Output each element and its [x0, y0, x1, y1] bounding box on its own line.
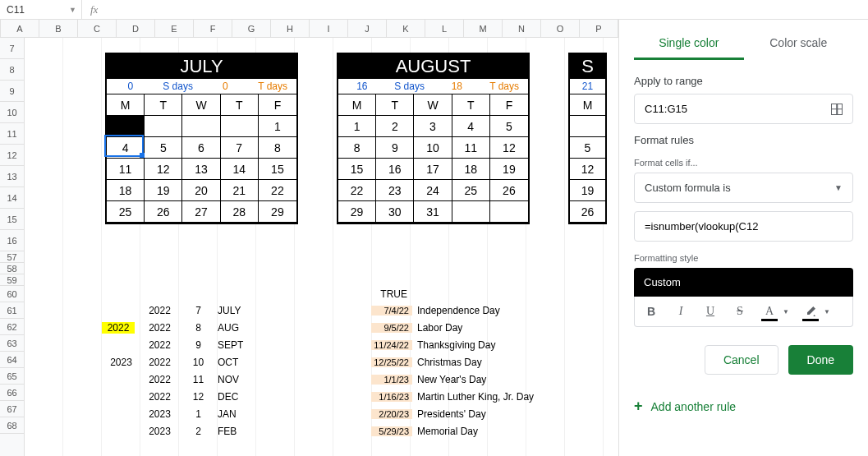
rule-type-select[interactable]: Custom formula is▼	[634, 173, 853, 203]
grid-content[interactable]: JULY0S days0T daysMTWTF14567811121314151…	[25, 38, 618, 456]
cancel-button[interactable]: Cancel	[705, 345, 778, 375]
true-cell: TRUE	[372, 286, 411, 302]
row-header-67[interactable]: 67	[0, 401, 24, 417]
fill-color-button[interactable]	[802, 303, 819, 320]
tab-single-color[interactable]: Single color	[634, 30, 744, 60]
col-header-O[interactable]: O	[541, 20, 580, 37]
tab-color-scale[interactable]: Color scale	[744, 30, 854, 60]
calendar-meta: 0S days0T days	[107, 79, 296, 94]
style-preview: Custom	[634, 268, 853, 297]
row-header-13[interactable]: 13	[0, 166, 24, 187]
row-header-10[interactable]: 10	[0, 102, 24, 123]
col-header-I[interactable]: I	[310, 20, 348, 37]
year-row: 202212DEC	[102, 389, 267, 405]
formula-field-wrap[interactable]	[634, 211, 853, 242]
custom-formula-input[interactable]	[645, 220, 843, 233]
calendar-august: AUGUST16S days18T daysMTWTF1234589101112…	[337, 53, 530, 224]
formatting-style-label: Formatting style	[634, 253, 853, 263]
calendar-meta: 16S days18T days	[338, 79, 528, 94]
year-row: 2023202210OCT	[102, 354, 267, 371]
col-header-B[interactable]: B	[39, 20, 78, 37]
chevron-down-icon: ▼	[834, 183, 843, 192]
calendar-meta: 21	[570, 79, 605, 94]
add-rule-button[interactable]: + Add another rule	[634, 398, 853, 415]
col-header-F[interactable]: F	[194, 20, 232, 37]
plus-icon: +	[634, 398, 643, 415]
range-input-wrap[interactable]	[634, 94, 853, 124]
row-header-12[interactable]: 12	[0, 145, 24, 166]
range-input[interactable]	[645, 103, 831, 115]
col-header-N[interactable]: N	[503, 20, 541, 37]
name-box-dropdown[interactable]: ▼	[64, 0, 82, 20]
row-header-61[interactable]: 61	[0, 302, 24, 319]
style-toolbar: B I U S A ▼ ▼	[634, 297, 853, 327]
holiday-row: 1/16/23Martin Luther King, Jr. Day	[371, 389, 576, 405]
col-header-D[interactable]: D	[117, 20, 155, 37]
holiday-row: 11/24/22Thanksgiving Day	[371, 337, 576, 353]
row-header-57[interactable]: 57	[0, 251, 24, 263]
calendar-title: S	[570, 54, 605, 79]
row-header-65[interactable]: 65	[0, 368, 24, 385]
text-color-button[interactable]: A	[761, 303, 778, 320]
col-header-A[interactable]: A	[1, 20, 39, 37]
underline-button[interactable]: U	[702, 303, 719, 320]
calendar-title: JULY	[107, 54, 296, 79]
name-box[interactable]	[0, 1, 64, 19]
year-row: 20231JAN	[102, 406, 267, 422]
fx-label: fx	[82, 3, 106, 16]
holiday-row: 2/20/23Presidents' Day	[371, 406, 576, 422]
col-header-H[interactable]: H	[271, 20, 310, 37]
row-header-8[interactable]: 8	[0, 59, 24, 81]
holiday-row: 9/5/22Labor Day	[371, 320, 576, 336]
row-header-68[interactable]: 68	[0, 417, 24, 434]
format-if-label: Format cells if...	[634, 158, 853, 168]
col-header-K[interactable]: K	[387, 20, 425, 37]
conditional-format-panel: Single color Color scale Apply to range …	[618, 20, 868, 456]
format-rules-label: Format rules	[634, 134, 853, 146]
select-range-icon[interactable]	[831, 104, 843, 115]
done-button[interactable]: Done	[788, 345, 853, 375]
row-header-60[interactable]: 60	[0, 286, 24, 302]
calendar-s: S21M5121926	[568, 53, 607, 224]
strikethrough-button[interactable]: S	[732, 303, 748, 320]
row-header-63[interactable]: 63	[0, 335, 24, 352]
holiday-row: 5/29/23Memorial Day	[371, 423, 576, 440]
col-header-G[interactable]: G	[232, 20, 271, 37]
year-row: 202211NOV	[102, 371, 267, 388]
year-row: 202220228AUG	[102, 320, 267, 336]
year-row: 20229SEPT	[102, 337, 267, 353]
calendar-july: JULY0S days0T daysMTWTF14567811121314151…	[105, 53, 298, 224]
column-headers: ABCDEFGHIJKLMNOPQR	[0, 20, 618, 38]
row-header-58[interactable]: 58	[0, 263, 24, 274]
year-row: 20232FEB	[102, 423, 267, 440]
row-header-7[interactable]: 7	[0, 38, 24, 59]
col-header-J[interactable]: J	[348, 20, 387, 37]
row-header-59[interactable]: 59	[0, 274, 24, 286]
row-header-9[interactable]: 9	[0, 81, 24, 102]
bold-button[interactable]: B	[643, 303, 659, 320]
calendar-title: AUGUST	[338, 54, 528, 79]
holiday-row: 12/25/22Christmas Day	[371, 354, 576, 371]
col-header-L[interactable]: L	[425, 20, 464, 37]
col-header-P[interactable]: P	[580, 20, 618, 37]
holiday-row: 1/1/23New Year's Day	[371, 371, 576, 388]
col-header-C[interactable]: C	[78, 20, 117, 37]
row-header-11[interactable]: 11	[0, 123, 24, 145]
row-headers: + − 789101112131415165758596061626364656…	[0, 38, 25, 456]
row-header-15[interactable]: 15	[0, 209, 24, 230]
row-header-62[interactable]: 62	[0, 319, 24, 335]
apply-range-label: Apply to range	[634, 75, 853, 87]
text-color-caret[interactable]: ▼	[783, 308, 789, 316]
italic-button[interactable]: I	[673, 303, 689, 320]
year-row: 20227JULY	[102, 302, 267, 319]
row-header-64[interactable]: 64	[0, 352, 24, 368]
row-header-14[interactable]: 14	[0, 187, 24, 209]
fill-color-caret[interactable]: ▼	[824, 308, 830, 316]
row-header-66[interactable]: 66	[0, 385, 24, 401]
row-header-16[interactable]: 16	[0, 230, 24, 251]
holiday-row: 7/4/22Independence Day	[371, 302, 576, 319]
col-header-E[interactable]: E	[155, 20, 194, 37]
formula-input[interactable]	[106, 1, 868, 19]
col-header-M[interactable]: M	[464, 20, 503, 37]
